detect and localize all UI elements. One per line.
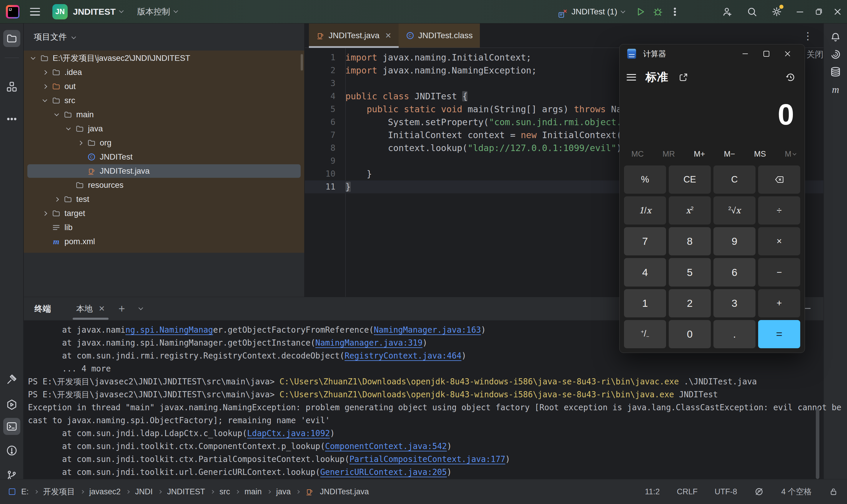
close-tab-icon[interactable]: ✕ (99, 304, 105, 313)
stacktrace-link[interactable]: NamingManager.java:163 (374, 325, 481, 335)
tree-item-main[interactable]: main (24, 108, 304, 122)
stacktrace-link[interactable]: PartialCompositeContext.java:177 (349, 454, 505, 464)
search-icon[interactable] (743, 3, 761, 20)
run-configuration[interactable]: JNDITest (1) (558, 7, 625, 16)
calc-mode-label[interactable]: 标准 (645, 70, 669, 85)
editor-options-icon[interactable]: ⋮ (803, 30, 813, 42)
breadcrumb-item[interactable]: JNDITest.java (320, 487, 369, 497)
chevron-right-icon[interactable] (40, 71, 50, 74)
calc-menu-icon[interactable] (627, 74, 636, 80)
encoding-widget[interactable]: UTF-8 (714, 487, 737, 497)
window-minimize-button[interactable] (791, 2, 809, 21)
chevron-down-icon[interactable] (119, 8, 124, 13)
stacktrace-link[interactable]: ng.spi.NamingManag (125, 325, 213, 335)
close-tab-icon[interactable]: ✕ (385, 31, 392, 40)
editor-tab-jnditest.java[interactable]: JNDITest.java✕ (309, 23, 399, 48)
calc-key-4[interactable]: 4 (624, 258, 666, 286)
calc-key-1[interactable]: 1 (624, 289, 666, 318)
chevron-down-icon[interactable] (28, 58, 38, 59)
chevron-right-icon[interactable] (51, 198, 62, 201)
calc-key-x²[interactable]: x2 (669, 196, 711, 224)
chevron-down-icon[interactable] (51, 114, 62, 115)
database-icon[interactable] (827, 64, 844, 80)
breadcrumb-item[interactable]: JNDITEST (167, 487, 205, 497)
tree-item-java[interactable]: java (24, 122, 304, 136)
breadcrumb-item[interactable]: E: (21, 487, 29, 497)
tree-item-jnditest.java[interactable]: JNDITest.java (24, 164, 304, 178)
maven-icon[interactable]: m (827, 81, 844, 98)
settings-gear-icon[interactable] (768, 3, 785, 20)
calc-key-−[interactable]: − (758, 258, 800, 286)
main-menu-icon[interactable] (30, 8, 40, 16)
breadcrumb-item[interactable]: src (220, 487, 230, 497)
chevron-down-icon[interactable] (40, 100, 50, 102)
add-user-icon[interactable] (719, 3, 736, 20)
services-run-icon[interactable] (3, 396, 20, 413)
tree-item-resources[interactable]: resources (24, 178, 304, 192)
chevron-down-icon[interactable] (174, 8, 178, 13)
caret-position-widget[interactable]: 11:2 (645, 487, 660, 497)
chevron-right-icon[interactable] (40, 85, 50, 88)
more-tool-windows-icon[interactable] (3, 110, 20, 128)
window-close-button[interactable] (828, 2, 847, 21)
notification-close-link[interactable]: 关闭 (807, 49, 824, 60)
terminal-icon[interactable] (3, 418, 20, 435)
project-badge[interactable]: JN (52, 4, 68, 19)
line-separator-widget[interactable]: CRLF (677, 487, 697, 497)
ai-assistant-icon[interactable] (827, 46, 844, 63)
calc-key-backspace[interactable] (758, 165, 800, 194)
calc-key-CE[interactable]: CE (669, 165, 711, 194)
chevron-right-icon[interactable] (75, 141, 85, 145)
calc-memory-ms[interactable]: MS (754, 149, 766, 159)
stacktrace-link[interactable]: LdapCtx.java:1092 (247, 429, 330, 438)
calc-key-6[interactable]: 6 (713, 258, 756, 286)
chevron-down-icon[interactable] (63, 128, 73, 130)
structure-icon[interactable] (3, 78, 20, 95)
tree-item-lib[interactable]: lib (24, 220, 304, 235)
keep-on-top-icon[interactable] (678, 72, 688, 82)
calc-memory-m+[interactable]: M+ (694, 149, 705, 159)
debug-button[interactable] (649, 3, 667, 20)
stacktrace-link[interactable]: NamingManager.java:319 (315, 338, 422, 347)
editor-tab-jnditest.class[interactable]: CJNDITest.class (399, 23, 480, 48)
tree-item-src[interactable]: src (24, 93, 304, 108)
scrollbar-thumb[interactable] (301, 54, 303, 71)
tree-item-pom.xml[interactable]: mpom.xml (24, 235, 304, 249)
stacktrace-link[interactable]: ComponentContext.java:542 (325, 442, 447, 451)
breadcrumb-item[interactable]: javasec2 (89, 487, 121, 497)
breadcrumb-item[interactable]: JNDI (135, 487, 153, 497)
calc-key-=[interactable]: = (758, 320, 800, 348)
unlock-icon[interactable] (829, 487, 838, 497)
tree-item-out[interactable]: out (24, 79, 304, 93)
calc-key-3[interactable]: 3 (713, 289, 756, 318)
stacktrace-link[interactable]: GenericURLContext.java:205 (320, 467, 447, 477)
calc-maximize-button[interactable] (756, 45, 777, 62)
calc-key-+[interactable]: + (758, 289, 800, 318)
notifications-bell-icon[interactable] (827, 29, 844, 46)
calc-key-+/−[interactable]: +/− (624, 320, 666, 348)
calc-key-²√x[interactable]: 2√x (713, 196, 756, 224)
tree-item-e-javasec2-jndi-jnditest[interactable]: E:\开发项目\javasec2\JNDI\JNDITEST (24, 51, 304, 65)
calc-key-0[interactable]: 0 (669, 320, 711, 348)
calc-key-×[interactable]: × (758, 227, 800, 255)
calc-key-÷[interactable]: ÷ (758, 196, 800, 224)
calc-memory-m[interactable]: M (785, 149, 796, 159)
problems-icon[interactable] (3, 442, 20, 459)
scrollbar-thumb[interactable] (816, 408, 819, 479)
calc-key-5[interactable]: 5 (669, 258, 711, 286)
stacktrace-link[interactable]: RegistryContext.java:464 (345, 351, 461, 360)
calc-key-8[interactable]: 8 (669, 227, 711, 255)
calc-key-2[interactable]: 2 (669, 289, 711, 318)
calc-key-.[interactable]: . (713, 320, 756, 348)
tree-item-jnditest[interactable]: CJNDITest (24, 150, 304, 164)
tree-item-.idea[interactable]: .idea (24, 65, 304, 79)
new-terminal-icon[interactable]: + (119, 302, 125, 315)
project-name[interactable]: JNDITEST (73, 7, 116, 17)
terminal-tab-local[interactable]: 本地 ✕ (76, 297, 105, 320)
chevron-down-icon[interactable] (621, 9, 625, 14)
window-restore-button[interactable] (809, 2, 828, 21)
calc-key-1/x[interactable]: 1/x (624, 196, 666, 224)
build-hammer-icon[interactable] (3, 371, 20, 388)
project-view-header[interactable]: 项目文件 (24, 23, 304, 51)
calc-memory-mr[interactable]: MR (662, 149, 675, 159)
